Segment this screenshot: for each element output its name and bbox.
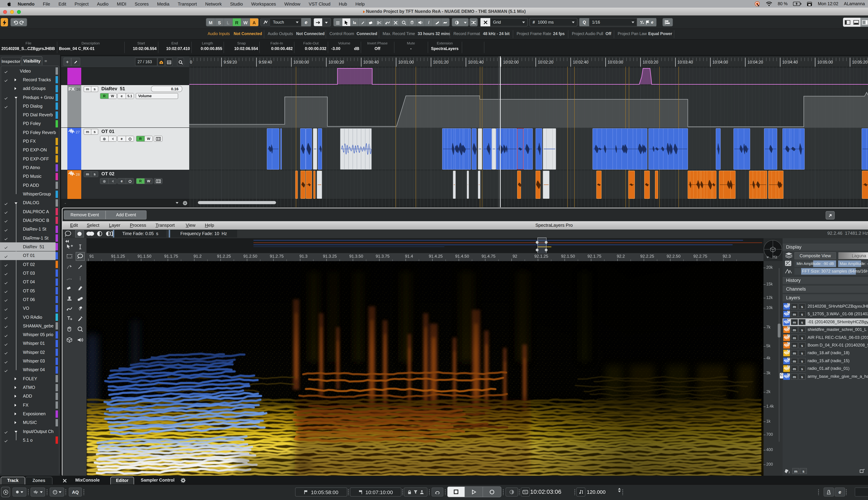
svg-text:10:04:20: 10:04:20 <box>747 60 763 65</box>
svg-text:10:00:20: 10:00:20 <box>329 60 344 65</box>
svg-text:10:01:00: 10:01:00 <box>398 60 414 65</box>
svg-text:10:05:00: 10:05:00 <box>817 60 833 65</box>
svg-text:TC: TC <box>523 491 527 493</box>
svg-text:10:01:40: 10:01:40 <box>468 60 484 65</box>
svg-text:10:01:20: 10:01:20 <box>433 60 448 65</box>
svg-text:10:02:40: 10:02:40 <box>573 60 589 65</box>
svg-text:9:59:20: 9:59:20 <box>224 60 237 65</box>
svg-text:0: 0 <box>190 60 192 65</box>
svg-text:10:03:00: 10:03:00 <box>608 60 623 65</box>
svg-text:10:03:40: 10:03:40 <box>677 60 693 65</box>
svg-text:10:04:00: 10:04:00 <box>712 60 728 65</box>
svg-text:10:00:40: 10:00:40 <box>363 60 379 65</box>
svg-text:10:00:00: 10:00:00 <box>293 60 309 65</box>
svg-text:10:03:20: 10:03:20 <box>643 60 658 65</box>
svg-text:9:59:40: 9:59:40 <box>259 60 272 65</box>
svg-text:10:02:20: 10:02:20 <box>538 60 553 65</box>
svg-text:10:02:00: 10:02:00 <box>503 60 519 65</box>
svg-text:10:05:20: 10:05:20 <box>852 60 868 65</box>
svg-text:10:04:40: 10:04:40 <box>782 60 798 65</box>
